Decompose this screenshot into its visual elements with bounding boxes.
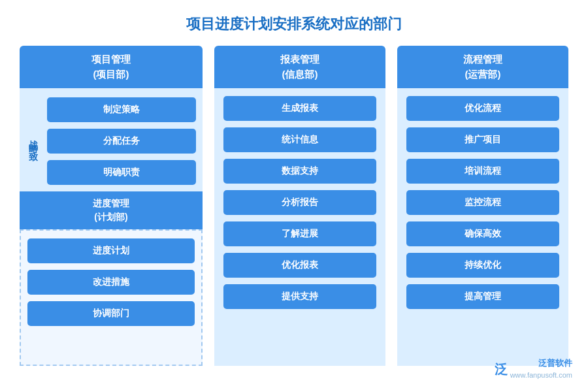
mid-btn-5[interactable]: 优化报表 bbox=[223, 253, 376, 278]
right-col-header: 流程管理 (运营部) bbox=[397, 46, 568, 88]
watermark-icon: 泛 bbox=[495, 359, 508, 380]
watermark-url: www.fanpusoft.com bbox=[510, 370, 572, 382]
btn-coordinate[interactable]: 协调部门 bbox=[27, 301, 195, 326]
left-col-header: 项目管理 (项目部) bbox=[20, 46, 203, 88]
main-container: 项目管理 (项目部) 战略一致 制定策略 分配任务 明确职责 进度管理 (计划部… bbox=[0, 46, 588, 366]
mid-header-line2: (信息部) bbox=[282, 69, 318, 80]
right-column: 流程管理 (运营部) 优化流程 推广项目 培训流程 监控流程 确保高效 持续优化… bbox=[397, 46, 568, 366]
right-btn-5[interactable]: 持续优化 bbox=[406, 253, 559, 278]
mid-header-line1: 报表管理 bbox=[280, 54, 319, 65]
btn-strategy[interactable]: 制定策略 bbox=[47, 97, 196, 122]
btn-schedule[interactable]: 进度计划 bbox=[27, 238, 195, 263]
left-column: 项目管理 (项目部) 战略一致 制定策略 分配任务 明确职责 进度管理 (计划部… bbox=[20, 46, 203, 366]
mid-btn-0[interactable]: 生成报表 bbox=[223, 96, 376, 121]
mid-column: 报表管理 (信息部) 生成报表 统计信息 数据支持 分析报告 了解进展 优化报表… bbox=[214, 46, 385, 366]
mid-btn-6[interactable]: 提供支持 bbox=[223, 284, 376, 309]
right-btn-0[interactable]: 优化流程 bbox=[406, 96, 559, 121]
page-title: 项目进度计划安排系统对应的部门 bbox=[0, 0, 588, 46]
watermark-name: 泛普软件 bbox=[510, 357, 572, 370]
right-col-body: 优化流程 推广项目 培训流程 监控流程 确保高效 持续优化 提高管理 bbox=[397, 88, 568, 366]
right-btn-3[interactable]: 监控流程 bbox=[406, 190, 559, 215]
btn-duties[interactable]: 明确职责 bbox=[47, 160, 196, 185]
right-btn-1[interactable]: 推广项目 bbox=[406, 127, 559, 152]
mid-btn-1[interactable]: 统计信息 bbox=[223, 127, 376, 152]
watermark: 泛 泛普软件 www.fanpusoft.com bbox=[495, 357, 572, 382]
right-btn-6[interactable]: 提高管理 bbox=[406, 284, 559, 309]
left-mid-header: 进度管理 (计划部) bbox=[20, 191, 203, 229]
mid-col-body: 生成报表 统计信息 数据支持 分析报告 了解进展 优化报表 提供支持 bbox=[214, 88, 385, 366]
mid-col-header: 报表管理 (信息部) bbox=[214, 46, 385, 88]
mid-btn-3[interactable]: 分析报告 bbox=[223, 190, 376, 215]
left-top-buttons: 制定策略 分配任务 明确职责 bbox=[47, 97, 196, 185]
mid-btn-2[interactable]: 数据支持 bbox=[223, 159, 376, 184]
btn-assign[interactable]: 分配任务 bbox=[47, 129, 196, 154]
left-mid-header-line2: (计划部) bbox=[94, 212, 127, 222]
left-header-line2: (项目部) bbox=[93, 69, 129, 80]
left-mid-header-line1: 进度管理 bbox=[93, 198, 129, 208]
mid-btn-4[interactable]: 了解进展 bbox=[223, 221, 376, 246]
btn-improve[interactable]: 改进措施 bbox=[27, 270, 195, 295]
left-top-section: 战略一致 制定策略 分配任务 明确职责 bbox=[20, 88, 203, 191]
right-btn-4[interactable]: 确保高效 bbox=[406, 221, 559, 246]
side-label: 战略一致 bbox=[26, 97, 41, 185]
right-btn-2[interactable]: 培训流程 bbox=[406, 159, 559, 184]
left-header-line1: 项目管理 bbox=[91, 54, 131, 65]
right-header-line1: 流程管理 bbox=[463, 54, 502, 65]
right-header-line2: (运营部) bbox=[465, 69, 501, 80]
left-bottom-section: 进度计划 改进措施 协调部门 bbox=[20, 229, 203, 366]
